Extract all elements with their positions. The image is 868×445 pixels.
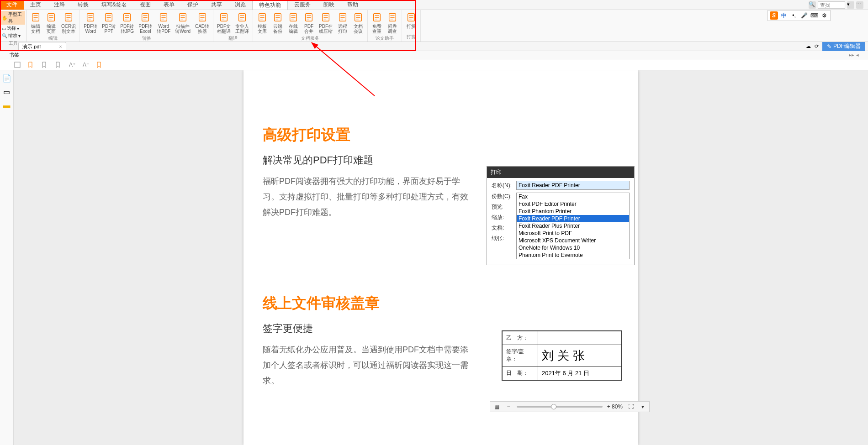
panel-collapse-icon[interactable]: ▸▸ <box>849 52 854 58</box>
select-tool[interactable]: ▭选择▾ <box>1 25 25 32</box>
printer-list[interactable]: FaxFoxit PDF Editor PrinterFoxit Phantom… <box>516 193 630 259</box>
layout-icon[interactable]: ▦ <box>493 403 500 410</box>
search-icon[interactable]: 🔍 <box>809 1 816 9</box>
menu-tab-annot[interactable]: 注释 <box>48 0 71 10</box>
menu-tab-convert[interactable]: 转换 <box>71 0 95 10</box>
ribbon-pdf2word[interactable]: PDF转 Word <box>82 11 99 35</box>
font-increase-icon[interactable]: A⁺ <box>69 61 76 68</box>
printer-option[interactable]: Foxit Phantom Printer <box>517 208 629 215</box>
ribbon-ocr[interactable]: OCR识 别文本 <box>59 11 78 35</box>
ribbon-scan2word[interactable]: 扫描件 转Word <box>173 11 192 35</box>
menu-tab-share[interactable]: 共享 <box>205 0 228 10</box>
zoom-tool[interactable]: 🔍缩放▾ <box>1 32 25 39</box>
menu-tab-form[interactable]: 表单 <box>157 0 181 10</box>
printer-option[interactable]: Microsoft Print to PDF <box>517 230 629 237</box>
ribbon-doc-meeting[interactable]: 文档 会议 <box>351 11 365 35</box>
ribbon-cloud-backup[interactable]: 云端 备份 <box>270 11 285 35</box>
ribbon-group-文档服务: 模板 文库云端 备份在线 编辑PDF 合并PDF在 线压缩远程 打印文档 会议文… <box>253 10 368 42</box>
document-area[interactable]: 高级打印设置 解决常见的PDF打印难题 福昕PDF阅读器拥有强大的打印功能，界面… <box>14 70 868 445</box>
printer-option[interactable]: Foxit Reader Plus Printer <box>517 222 629 230</box>
menu-tab-feature[interactable]: 特色功能 <box>252 0 288 10</box>
pdf-trans-icon <box>218 12 229 23</box>
hand-tool[interactable]: ✋手型工具 <box>1 11 25 25</box>
reward-label: 打赏 <box>407 24 416 29</box>
zoom-out-icon[interactable]: − <box>505 403 512 410</box>
menu-tab-browse[interactable]: 浏览 <box>228 0 252 10</box>
rail-page-icon[interactable]: 📄 <box>3 74 11 82</box>
ribbon-word2pdf[interactable]: Word 转PDF <box>155 11 172 35</box>
printer-option[interactable]: Microsoft XPS Document Writer <box>517 237 629 244</box>
zoom-thumb[interactable] <box>551 404 556 409</box>
printer-option[interactable]: Foxit Reader PDF Printer <box>517 215 629 222</box>
bookmark-collapse-icon[interactable] <box>55 61 62 68</box>
menu-tab-file[interactable]: 文件 <box>0 0 24 10</box>
menu-tab-help[interactable]: 帮助 <box>341 0 365 10</box>
group-label: 编辑 <box>48 35 58 42</box>
remote-print-icon <box>337 12 348 23</box>
menu-tab-home[interactable]: 主页 <box>24 0 48 10</box>
print-zoom-label: 缩放: <box>492 214 514 221</box>
print-name-combo[interactable]: Foxit Reader PDF Printer <box>516 181 630 190</box>
ribbon-online-edit[interactable]: 在线 编辑 <box>286 11 301 35</box>
more-icon[interactable]: ⋯ <box>856 1 863 9</box>
ribbon-pdf-merge[interactable]: PDF 合并 <box>302 11 316 35</box>
date-label: 日 期： <box>503 366 538 380</box>
chevron-down-icon[interactable]: ▾ <box>639 403 646 410</box>
menu-tab-read[interactable]: 朗映 <box>317 0 341 10</box>
ribbon-template[interactable]: 模板 文库 <box>255 11 270 35</box>
dropdown-icon[interactable]: ▾ <box>847 1 854 9</box>
ribbon-pdf2ppt[interactable]: PDF转 PPT <box>100 11 117 35</box>
template-label: 模板 文库 <box>258 24 267 34</box>
human-trans-icon <box>237 12 248 23</box>
ribbon-free-check[interactable]: 免费 查重 <box>370 11 384 35</box>
menu-tab-cloud[interactable]: 云服务 <box>288 0 317 10</box>
zoom-slider[interactable] <box>517 406 603 408</box>
doc-tab[interactable]: 演示.pdf × <box>18 42 66 51</box>
menu-tab-fillsign[interactable]: 填写&签名 <box>95 0 133 10</box>
ime-lang[interactable]: 中 <box>780 11 788 20</box>
ribbon-human-trans[interactable]: 专业人 工翻译 <box>233 11 251 35</box>
ribbon-remote-print[interactable]: 远程 打印 <box>335 11 350 35</box>
ribbon-pdf-trans[interactable]: PDF文 档翻译 <box>215 11 233 35</box>
printer-option[interactable]: Phantom Print to Evernote <box>517 251 629 259</box>
ribbon-cad[interactable]: CAD转 换器 <box>193 11 211 35</box>
ribbon-edit-page[interactable]: 编辑 页面 <box>44 11 58 35</box>
ime-logo-icon[interactable]: S <box>770 11 778 20</box>
ime-mic-icon[interactable]: 🎤 <box>800 11 808 20</box>
print-dialog: 打印 名称(N): Foxit Reader PDF Printer 份数(C)… <box>487 166 635 265</box>
panel-left-icon[interactable]: ◂ <box>856 52 859 58</box>
ribbon-qa[interactable]: 问卷 调查 <box>385 11 400 35</box>
printer-option[interactable]: OneNote for Windows 10 <box>517 244 629 251</box>
bookmark-expand-icon[interactable] <box>41 61 48 68</box>
cloud-icon[interactable]: ☁ <box>806 43 811 49</box>
doc-meeting-label: 文档 会议 <box>354 24 363 34</box>
ribbon-edit-doc[interactable]: 编辑 文档 <box>28 11 43 35</box>
sync-icon[interactable]: ⟳ <box>815 43 819 49</box>
menu-tab-view[interactable]: 视图 <box>133 0 157 10</box>
ime-punct-icon[interactable]: •, <box>790 11 798 20</box>
fullscreen-icon[interactable]: ⛶ <box>627 403 635 410</box>
bookmark-add-icon[interactable] <box>27 61 35 68</box>
ime-settings-icon[interactable]: ⚙ <box>820 11 828 20</box>
bookmark-more-icon[interactable] <box>96 61 103 68</box>
ime-keyboard-icon[interactable]: ⌨ <box>810 11 818 20</box>
close-icon[interactable]: × <box>59 44 62 49</box>
rail-note-icon[interactable]: ▬ <box>3 101 11 110</box>
document-tabs: 演示.pdf × ☁ ⟳ ✎ PDF编辑器 <box>0 42 868 51</box>
pdf-editor-button[interactable]: ✎ PDF编辑器 <box>822 42 865 51</box>
printer-option[interactable]: Fax <box>517 193 629 200</box>
ribbon-pdf2jpg[interactable]: PDF转 转JPG <box>118 11 136 35</box>
ribbon-tools-group: ✋手型工具 ▭选择▾ 🔍缩放▾ 工具 <box>0 10 26 42</box>
section2-title: 线上文件审核盖章 <box>263 293 619 314</box>
ribbon-reward[interactable]: 打赏 <box>404 11 418 33</box>
ribbon-pdf2excel[interactable]: PDF转 Excel <box>137 11 154 35</box>
ribbon-pdf-compress[interactable]: PDF在 线压缩 <box>317 11 334 35</box>
font-decrease-icon[interactable]: A⁻ <box>82 61 90 68</box>
bookmark-icon[interactable] <box>14 61 21 68</box>
rail-thumb-icon[interactable]: ▭ <box>3 88 11 96</box>
search-input[interactable] <box>818 1 845 9</box>
ribbon-group-论文助手: 免费 查重问卷 调查论文助手 <box>368 10 402 42</box>
printer-option[interactable]: Foxit PDF Editor Printer <box>517 200 629 208</box>
pdf-trans-label: PDF文 档翻译 <box>217 24 231 34</box>
menu-tab-protect[interactable]: 保护 <box>181 0 205 10</box>
